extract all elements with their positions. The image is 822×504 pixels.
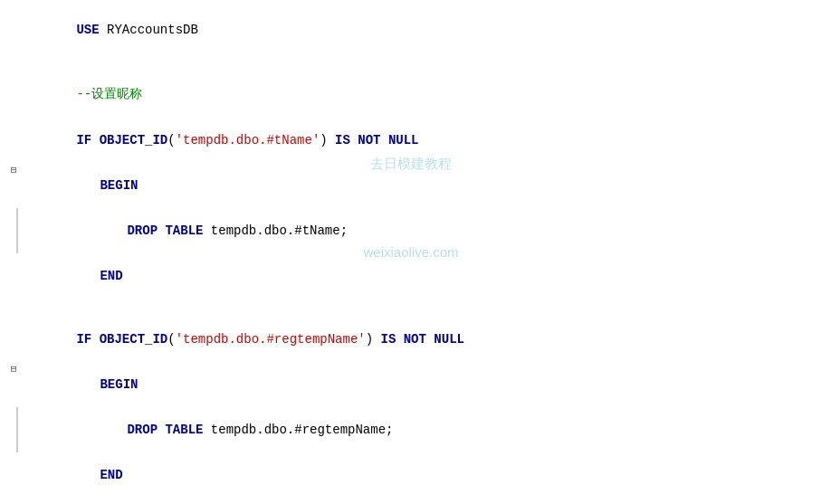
keyword: USE (76, 23, 99, 37)
code-line: END (0, 253, 822, 299)
code-text: ( (167, 133, 175, 147)
code-line: DROP TABLE tempdb.dbo.#regtempName; (0, 407, 822, 452)
keyword: IS NOT NULL (381, 332, 464, 347)
comment-text: --设置昵称 (76, 87, 142, 101)
string-value: 'tempdb.dbo.#regtempName' (176, 332, 366, 347)
line-content: DROP TABLE tempdb.dbo.#tName; (27, 209, 822, 252)
code-line-empty (0, 52, 822, 71)
code-line: IF OBJECT_ID('tempdb.dbo.#tName') IS NOT… (0, 118, 822, 163)
line-content: USE RYAccountsDB (27, 8, 822, 52)
line-content: END (27, 254, 822, 298)
line-content: IF OBJECT_ID('tempdb.dbo.#tName') IS NOT… (27, 119, 822, 162)
code-line-begin2: ⊟ BEGIN (0, 362, 822, 407)
code-line: USE RYAccountsDB (0, 7, 822, 52)
code-text: ( (167, 332, 175, 347)
code-text: tempdb.dbo.#tName; (203, 223, 348, 238)
code-line-begin: ⊟ BEGIN (0, 163, 822, 208)
keyword: END (100, 269, 122, 283)
code-line: IF OBJECT_ID('tempdb.dbo.#regtempName') … (0, 317, 822, 362)
code-text: ) (366, 332, 381, 347)
code-line: END (0, 452, 822, 498)
line-content: IF OBJECT_ID('tempdb.dbo.#regtempName') … (27, 318, 822, 361)
collapse-icon-2[interactable]: ⊟ (8, 363, 19, 374)
indent-bar-2 (16, 407, 18, 452)
keyword: BEGIN (100, 377, 138, 392)
code-text: ) (320, 133, 335, 147)
indent-bar (16, 208, 18, 253)
line-gutter: ⊟ (0, 363, 27, 374)
keyword: IF OBJECT_ID (76, 133, 167, 147)
code-text: RYAccountsDB (100, 23, 198, 37)
line-content: DROP TABLE tempdb.dbo.#regtempName; (27, 408, 822, 452)
line-content: END (27, 453, 822, 497)
string-value: 'tempdb.dbo.#tName' (176, 133, 320, 147)
keyword: IF OBJECT_ID (76, 332, 167, 347)
code-editor: 去日模建教程 weixiaolive.com USE RYAccountsDB … (0, 0, 822, 504)
code-line: DROP TABLE tempdb.dbo.#tName; (0, 208, 822, 253)
keyword: IS NOT NULL (335, 133, 418, 147)
keyword: END (100, 468, 122, 482)
code-line-empty (0, 498, 822, 504)
line-gutter: ⊟ (0, 164, 27, 175)
line-content: BEGIN (27, 164, 822, 207)
keyword: BEGIN (100, 178, 138, 193)
line-content: BEGIN (27, 363, 822, 406)
keyword: DROP TABLE (127, 223, 203, 238)
line-content: --设置昵称 (27, 71, 822, 117)
collapse-icon[interactable]: ⊟ (8, 164, 19, 175)
code-line-empty (0, 299, 822, 317)
code-line: --设置昵称 (0, 71, 822, 118)
code-text: tempdb.dbo.#regtempName; (203, 423, 393, 437)
keyword: DROP TABLE (127, 423, 203, 437)
